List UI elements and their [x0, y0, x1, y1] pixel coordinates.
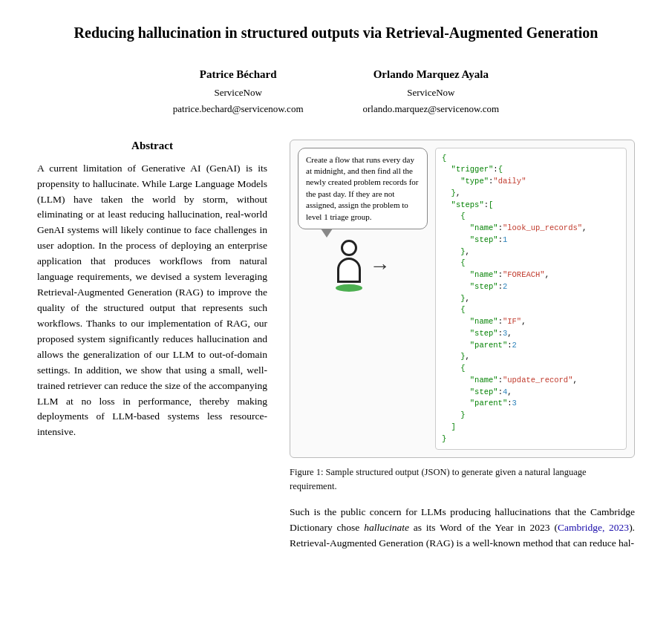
person-head	[341, 240, 357, 256]
speech-bubble: Create a flow that runs every day at mid…	[298, 148, 428, 229]
figure-1: Create a flow that runs every day at mid…	[290, 140, 635, 493]
figure-left-panel: Create a flow that runs every day at mid…	[298, 148, 428, 292]
figure-caption: Figure 1: Sample structured output (JSON…	[290, 465, 635, 492]
author-1-org: ServiceNow	[173, 85, 304, 101]
right-column: Create a flow that runs every day at mid…	[290, 140, 635, 552]
author-1-email: patrice.bechard@servicenow.com	[173, 101, 304, 117]
author-1-name: Patrice Béchard	[173, 65, 304, 85]
figure-illustration: →	[298, 240, 428, 292]
italic-word: hallucinate	[364, 522, 409, 533]
abstract-heading: Abstract	[37, 140, 267, 152]
citation-link[interactable]: Cam­bridge, 2023	[558, 522, 629, 533]
authors-section: Patrice Béchard ServiceNow patrice.becha…	[37, 65, 635, 117]
person-body	[337, 258, 361, 283]
author-1: Patrice Béchard ServiceNow patrice.becha…	[173, 65, 304, 117]
author-2: Orlando Marquez Ayala ServiceNow orlando…	[363, 65, 500, 117]
author-2-email: orlando.marquez@servicenow.com	[363, 101, 500, 117]
left-column: Abstract A current limitation of Generat…	[37, 140, 267, 552]
author-2-name: Orlando Marquez Ayala	[363, 65, 500, 85]
arrow-icon: →	[370, 254, 391, 278]
paper-title: Reducing hallucination in structured out…	[37, 22, 635, 43]
body-paragraph: Such is the public concern for LLMs prod…	[290, 505, 635, 552]
person-icon	[336, 240, 362, 292]
author-2-org: ServiceNow	[363, 85, 500, 101]
abstract-body: A current limitation of Generative AI (G…	[37, 161, 267, 441]
json-output: { "trigger":{ "type":"daily" }, "steps":…	[435, 148, 627, 451]
person-base	[336, 284, 362, 292]
